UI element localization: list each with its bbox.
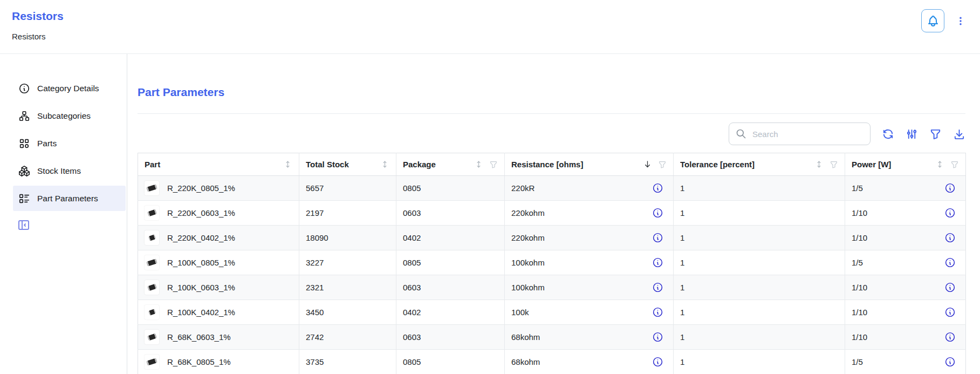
- sort-icon: [283, 160, 292, 169]
- info-circle-icon: [944, 282, 956, 293]
- sidebar-nav: Category DetailsSubcategoriesPartsStock …: [0, 76, 127, 211]
- cell-tolerance: 1: [674, 275, 845, 300]
- cell-part: R_100K_0603_1%: [138, 275, 299, 300]
- info-button[interactable]: [652, 232, 663, 243]
- table-toolbar: [138, 123, 965, 145]
- cell-total-stock: 3735: [299, 350, 396, 374]
- filter-button[interactable]: [929, 128, 942, 140]
- info-button[interactable]: [944, 356, 956, 368]
- table-row[interactable]: R_220K_0402_1%180900402220kohm11/10: [138, 226, 966, 250]
- cell-tolerance: 1: [674, 350, 845, 374]
- info-button[interactable]: [944, 232, 956, 243]
- info-button[interactable]: [652, 257, 663, 268]
- cell-power: 1/5: [845, 250, 966, 275]
- table-row[interactable]: R_68K_0603_1%2742060368kohm11/10: [138, 325, 966, 350]
- cell-power: 1/10: [845, 226, 966, 250]
- sidebar-collapse-button[interactable]: [17, 219, 30, 232]
- column-header-resistance-ohms[interactable]: Resistance [ohms]: [505, 153, 674, 176]
- cell-tolerance: 1: [674, 201, 845, 226]
- sidebar-item-category-details[interactable]: Category Details: [13, 76, 126, 101]
- table-row[interactable]: R_100K_0402_1%34500402100k11/10: [138, 300, 966, 325]
- info-button[interactable]: [944, 207, 956, 219]
- selector-icon: [380, 160, 389, 169]
- info-button[interactable]: [944, 257, 956, 268]
- cell-power: 1/10: [845, 275, 966, 300]
- table-row[interactable]: R_220K_0603_1%21970603220kohm11/10: [138, 201, 966, 226]
- bell-icon: [927, 15, 940, 28]
- sidebar-item-stock-items[interactable]: Stock Items: [13, 158, 126, 183]
- table-row[interactable]: R_100K_0603_1%23210603100kohm11/10: [138, 275, 966, 300]
- column-header-tolerance-percent[interactable]: Tolerance [percent]: [674, 153, 845, 176]
- sidebar-item-label: Part Parameters: [37, 194, 98, 203]
- table-row[interactable]: R_100K_0805_1%32270805100kohm11/5: [138, 250, 966, 275]
- info-circle-icon: [652, 331, 663, 343]
- cell-tolerance: 1: [674, 226, 845, 250]
- cell-part: R_220K_0402_1%: [138, 226, 299, 250]
- refresh-button[interactable]: [882, 128, 894, 140]
- info-button[interactable]: [652, 182, 663, 194]
- column-header-package[interactable]: Package: [396, 153, 505, 176]
- info-button[interactable]: [652, 307, 663, 318]
- info-button[interactable]: [944, 307, 956, 318]
- adjustments-button[interactable]: [906, 128, 918, 140]
- info-circle-icon: [944, 307, 956, 318]
- sidebar-item-label: Subcategories: [37, 111, 91, 121]
- part-name: R_100K_0402_1%: [167, 308, 235, 317]
- column-header-power-w[interactable]: Power [W]: [845, 153, 966, 176]
- sidebar-item-label: Parts: [37, 139, 57, 148]
- part-thumbnail: [145, 280, 159, 295]
- column-label: Power [W]: [852, 160, 935, 169]
- sidebar-item-parts[interactable]: Parts: [13, 131, 126, 156]
- selector-icon: [935, 160, 944, 169]
- info-circle-icon: [652, 307, 663, 318]
- adjustments-icon: [906, 128, 918, 140]
- table-row[interactable]: R_220K_0805_1%56570805220kR11/5: [138, 176, 966, 201]
- cell-package: 0805: [396, 350, 505, 374]
- info-button[interactable]: [652, 207, 663, 219]
- info-circle-icon: [652, 257, 663, 268]
- column-label: Tolerance [percent]: [680, 160, 814, 169]
- cell-tolerance: 1: [674, 300, 845, 325]
- breadcrumb[interactable]: Resistors: [12, 32, 46, 41]
- sort-desc-icon: [643, 160, 652, 169]
- download-icon: [953, 128, 965, 140]
- funnel-icon: [658, 160, 667, 169]
- table-row[interactable]: R_68K_0805_1%3735080568kohm11/5: [138, 350, 966, 374]
- notification-button[interactable]: [921, 9, 944, 32]
- column-label: Resistance [ohms]: [511, 160, 643, 169]
- info-button[interactable]: [944, 282, 956, 293]
- info-button[interactable]: [944, 331, 956, 343]
- header-actions: [921, 9, 967, 32]
- cell-resistance: 100kohm: [505, 250, 674, 275]
- info-button[interactable]: [652, 331, 663, 343]
- part-thumbnail: [145, 230, 159, 245]
- info-button[interactable]: [652, 356, 663, 368]
- cell-power: 1/5: [845, 176, 966, 201]
- cell-part: R_100K_0402_1%: [138, 300, 299, 325]
- cell-power: 1/5: [845, 350, 966, 374]
- list-details-icon: [18, 193, 30, 205]
- info-button[interactable]: [944, 182, 956, 194]
- content-layout: Category DetailsSubcategoriesPartsStock …: [0, 54, 980, 374]
- search-input[interactable]: [751, 129, 864, 139]
- table-wrapper: PartTotal StockPackageResistance [ohms]T…: [138, 153, 965, 374]
- column-header-total-stock[interactable]: Total Stock: [299, 153, 396, 176]
- sort-icon: [935, 160, 944, 169]
- download-button[interactable]: [953, 128, 965, 140]
- packages-icon: [18, 165, 30, 177]
- section-heading: Part Parameters: [138, 86, 965, 99]
- sidebar-item-part-parameters[interactable]: Part Parameters: [13, 186, 126, 211]
- filter-icon: [929, 128, 942, 140]
- cell-package: 0603: [396, 275, 505, 300]
- cell-resistance: 220kohm: [505, 201, 674, 226]
- column-filter-icon[interactable]: [950, 160, 959, 169]
- info-button[interactable]: [652, 282, 663, 293]
- column-header-part[interactable]: Part: [138, 153, 299, 176]
- column-filter-icon[interactable]: [489, 160, 498, 169]
- cell-package: 0603: [396, 201, 505, 226]
- column-filter-icon[interactable]: [658, 160, 667, 169]
- sidebar-item-subcategories[interactable]: Subcategories: [13, 103, 126, 128]
- overflow-menu-button[interactable]: [954, 13, 967, 29]
- column-filter-icon[interactable]: [830, 160, 838, 169]
- sort-icon: [814, 160, 824, 169]
